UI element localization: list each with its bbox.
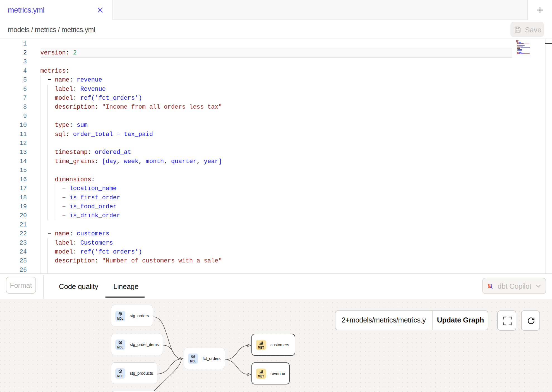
svg-text:MDL: MDL [117, 374, 123, 378]
svg-text:MET: MET [258, 345, 264, 350]
svg-text:MDL: MDL [190, 359, 196, 363]
svg-text:MET: MET [258, 374, 264, 378]
svg-text:MDL: MDL [117, 316, 123, 321]
svg-text:MDL: MDL [117, 345, 123, 349]
